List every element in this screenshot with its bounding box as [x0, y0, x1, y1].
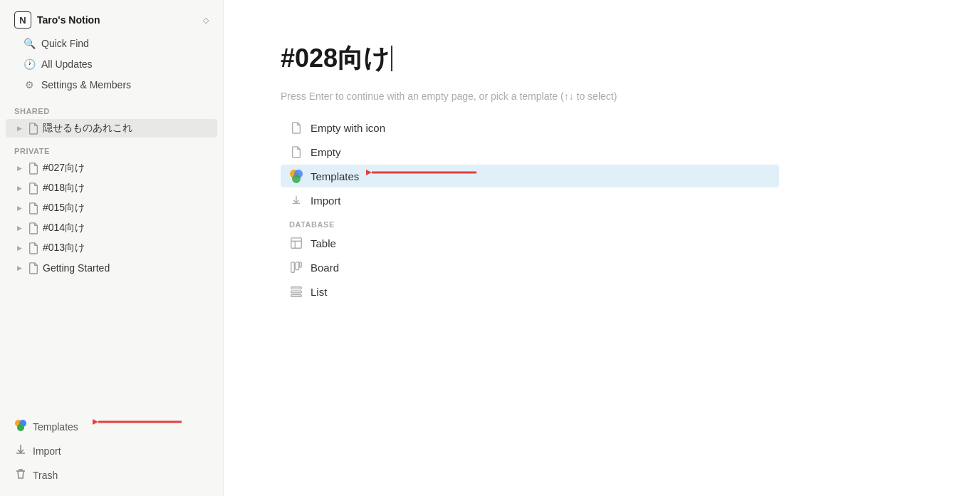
sidebar-bottom: Templates Import	[0, 412, 223, 490]
page-title-area: #028向け	[281, 43, 923, 73]
template-item-import[interactable]: Import	[281, 189, 779, 212]
template-list: Empty with icon Empty Templates	[281, 116, 923, 212]
page-name: #015向け	[43, 202, 85, 215]
red-arrow-main	[366, 165, 480, 180]
page-doc-icon	[27, 242, 40, 254]
trash-icon	[14, 467, 27, 483]
page-name: Getting Started	[43, 262, 110, 274]
db-item-list[interactable]: List	[281, 280, 779, 303]
page-name: #018向け	[43, 182, 85, 195]
db-label: Table	[311, 237, 336, 249]
chevron-icon: ◇	[203, 16, 209, 25]
import-bottom-item[interactable]: Import	[0, 439, 223, 463]
svg-rect-16	[291, 287, 301, 289]
triangle-icon: ▶	[14, 243, 24, 253]
db-item-table[interactable]: Table	[281, 232, 779, 254]
database-list: Table Board List	[281, 232, 923, 303]
page-name: #027向け	[43, 162, 85, 175]
all-updates-label: All Updates	[41, 58, 93, 70]
private-page-018[interactable]: ▶ #018向け	[6, 179, 217, 197]
trash-bottom-item[interactable]: Trash	[0, 463, 223, 487]
triangle-icon: ▶	[14, 203, 24, 213]
svg-rect-13	[291, 262, 295, 272]
template-label: Empty with icon	[311, 122, 385, 134]
template-item-empty-with-icon[interactable]: Empty with icon	[281, 116, 779, 139]
red-arrow-sidebar	[93, 413, 185, 430]
text-cursor	[391, 46, 392, 71]
quick-find-item[interactable]: 🔍 Quick Find	[14, 33, 209, 53]
template-item-empty[interactable]: Empty	[281, 140, 779, 163]
template-label: Empty	[311, 146, 341, 158]
search-icon: 🔍	[23, 37, 36, 50]
shared-section-label: SHARED	[0, 98, 223, 118]
gear-icon: ⚙	[23, 78, 36, 91]
templates-bottom-item[interactable]: Templates	[0, 415, 223, 439]
triangle-icon: ▶	[14, 263, 24, 273]
templates-colorful-icon	[289, 169, 303, 183]
board-icon	[289, 260, 303, 274]
hint-text: Press Enter to continue with an empty pa…	[281, 91, 923, 102]
all-updates-item[interactable]: 🕐 All Updates	[14, 54, 209, 74]
shared-page-name: 隠せるものあれこれ	[43, 122, 132, 135]
doc-icon	[289, 120, 303, 135]
trash-label: Trash	[33, 470, 58, 481]
db-label: Board	[311, 262, 339, 274]
svg-rect-14	[296, 262, 299, 270]
notion-logo: N	[14, 11, 31, 29]
triangle-icon: ▶	[14, 223, 24, 233]
private-page-014[interactable]: ▶ #014向け	[6, 219, 217, 237]
triangle-icon: ▶	[14, 183, 24, 193]
quick-find-label: Quick Find	[41, 38, 89, 49]
sidebar-top: N Taro's Notion ◇ 🔍 Quick Find 🕐 All Upd…	[0, 0, 223, 98]
templates-icon	[14, 419, 27, 435]
import-label: Import	[33, 445, 61, 457]
database-section-label: DATABASE	[281, 212, 923, 232]
main-content: #028向け Press Enter to continue with an e…	[224, 0, 980, 496]
triangle-icon: ▶	[14, 123, 24, 133]
svg-point-2	[17, 424, 24, 431]
sidebar: N Taro's Notion ◇ 🔍 Quick Find 🕐 All Upd…	[0, 0, 224, 496]
page-name: #013向け	[43, 242, 85, 254]
settings-label: Settings & Members	[41, 79, 131, 91]
page-doc-icon	[27, 122, 40, 135]
svg-rect-10	[291, 238, 301, 248]
workspace-switcher[interactable]: N Taro's Notion ◇	[9, 7, 214, 33]
table-icon	[289, 236, 303, 250]
svg-point-7	[292, 175, 301, 183]
svg-rect-15	[300, 262, 302, 267]
private-section-label: PRIVATE	[0, 138, 223, 158]
page-doc-icon	[27, 222, 40, 234]
private-page-013[interactable]: ▶ #013向け	[6, 239, 217, 257]
svg-rect-18	[291, 295, 301, 297]
list-icon	[289, 284, 303, 299]
template-item-templates[interactable]: Templates	[281, 165, 779, 187]
templates-label: Templates	[33, 421, 78, 433]
svg-rect-17	[291, 291, 301, 293]
clock-icon: 🕐	[23, 58, 36, 71]
page-doc-icon	[27, 202, 40, 215]
workspace-name: Taro's Notion	[37, 14, 197, 26]
page-title[interactable]: #028向け	[281, 43, 923, 73]
db-label: List	[311, 286, 327, 298]
page-name: #014向け	[43, 222, 85, 234]
template-label: Templates	[311, 170, 359, 182]
private-page-getting-started[interactable]: ▶ Getting Started	[6, 259, 217, 277]
page-doc-icon	[27, 262, 40, 274]
triangle-icon: ▶	[14, 163, 24, 173]
import-icon	[14, 443, 27, 459]
settings-item[interactable]: ⚙ Settings & Members	[14, 75, 209, 95]
private-page-027[interactable]: ▶ #027向け	[6, 159, 217, 177]
private-page-015[interactable]: ▶ #015向け	[6, 199, 217, 217]
shared-page-item[interactable]: ▶ 隠せるものあれこれ	[6, 119, 217, 138]
page-doc-icon	[27, 182, 40, 195]
page-doc-icon	[27, 162, 40, 175]
template-label: Import	[311, 195, 341, 207]
import-icon	[289, 193, 303, 207]
doc-icon	[289, 145, 303, 159]
db-item-board[interactable]: Board	[281, 256, 779, 279]
